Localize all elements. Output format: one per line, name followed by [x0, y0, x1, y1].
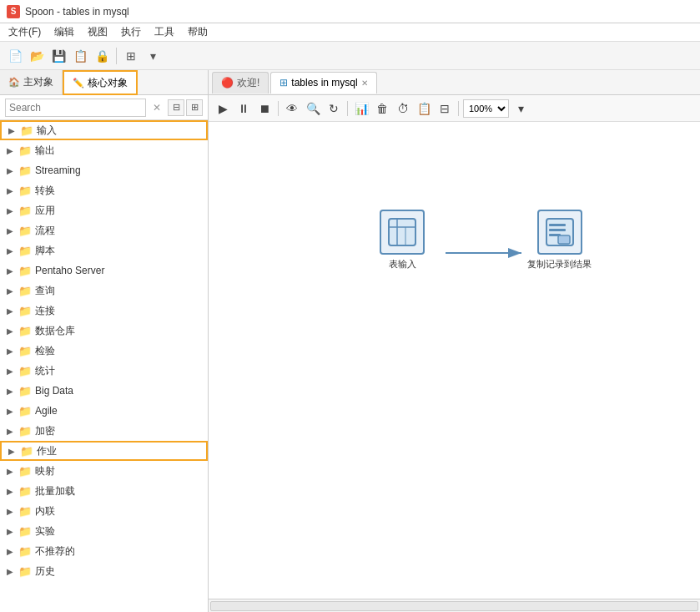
grid-button[interactable]: ⊟: [436, 99, 454, 118]
play-button[interactable]: ▶: [214, 99, 232, 118]
copy-rows-icon: [545, 217, 575, 247]
export-button[interactable]: 🔒: [92, 46, 112, 66]
new-button[interactable]: 📄: [5, 46, 25, 66]
search-input[interactable]: [5, 99, 146, 117]
tree-label-streaming: Streaming: [35, 164, 81, 176]
stop-button[interactable]: ⏹: [255, 99, 274, 118]
svg-rect-8: [549, 229, 566, 231]
menu-help[interactable]: 帮助: [183, 23, 213, 41]
search-clear-button[interactable]: ✕: [149, 100, 164, 115]
node-box-table-input[interactable]: [380, 210, 425, 255]
menu-view[interactable]: 视图: [83, 23, 113, 41]
tree-label-encrypt: 加密: [35, 424, 55, 438]
tree-item-streaming[interactable]: ▶ 📁 Streaming: [0, 160, 208, 180]
tree-item-input[interactable]: ▶ 📁 输入: [0, 120, 208, 140]
tree-item-query[interactable]: ▶ 📁 查询: [0, 281, 208, 301]
table-input-icon: [387, 217, 417, 247]
collapse-all-button[interactable]: ⊟: [168, 99, 184, 116]
tree-item-script[interactable]: ▶ 📁 脚本: [0, 240, 208, 260]
trans-sep-3: [458, 101, 459, 116]
pause-button[interactable]: ⏸: [234, 99, 253, 118]
tree-item-history[interactable]: ▶ 📁 历史: [0, 561, 208, 581]
tree-item-agile[interactable]: ▶ 📁 Agile: [0, 401, 208, 421]
app-icon: S: [7, 5, 20, 18]
toolbar-separator: [116, 48, 117, 64]
tree-label-history: 历史: [35, 564, 55, 579]
tree-label-job: 作业: [37, 444, 57, 458]
tree-item-bigdata[interactable]: ▶ 📁 Big Data: [0, 381, 208, 401]
tree-item-transform[interactable]: ▶ 📁 转换: [0, 180, 208, 200]
menu-bar: 文件(F) 编辑 视图 执行 工具 帮助: [0, 23, 700, 42]
tree-item-encrypt[interactable]: ▶ 📁 加密: [0, 421, 208, 441]
timer-button[interactable]: ⏱: [394, 99, 412, 118]
tree-item-stats[interactable]: ▶ 📁 统计: [0, 361, 208, 381]
folder-icon-join: 📁: [18, 505, 32, 518]
arrow-bigdata: ▶: [5, 387, 15, 396]
tree-item-output[interactable]: ▶ 📁 输出: [0, 140, 208, 160]
tab-tables-mysql[interactable]: ⊞ tables in mysql ✕: [270, 72, 376, 94]
folder-icon-agile: 📁: [18, 405, 32, 417]
folder-icon-bulkload: 📁: [18, 485, 32, 498]
arrow-output: ▶: [5, 146, 15, 155]
canvas-area[interactable]: 表输入 复制记录到结果: [209, 122, 700, 599]
layers-button[interactable]: ⊞: [121, 46, 141, 66]
tree-item-validate[interactable]: ▶ 📁 检验: [0, 341, 208, 361]
tree-item-deprecated[interactable]: ▶ 📁 不推荐的: [0, 541, 208, 561]
core-tab-icon: ✏️: [73, 78, 84, 89]
preview-button[interactable]: 👁: [283, 99, 301, 118]
arrow-validate: ▶: [5, 346, 15, 356]
arrow-input: ▶: [7, 126, 17, 135]
folder-icon-mapping: 📁: [18, 465, 32, 478]
tree-item-join[interactable]: ▶ 📁 内联: [0, 501, 208, 521]
tab-core-objects[interactable]: ✏️ 核心对象: [63, 70, 138, 95]
log-button[interactable]: 📋: [415, 99, 433, 118]
arrow-app: ▶: [5, 206, 15, 215]
tree-label-input: 输入: [37, 124, 57, 138]
tree-label-query: 查询: [35, 284, 55, 298]
folder-icon-pentaho: 📁: [18, 265, 32, 277]
menu-run[interactable]: 执行: [116, 23, 146, 41]
tree-item-pentaho[interactable]: ▶ 📁 Pentaho Server: [0, 260, 208, 281]
horizontal-scrollbar[interactable]: [210, 601, 698, 611]
dropdown-button[interactable]: ▾: [143, 46, 163, 66]
clear-button[interactable]: 🗑: [373, 99, 391, 118]
tree-label-bigdata: Big Data: [35, 385, 73, 397]
tree-item-bulkload[interactable]: ▶ 📁 批量加载: [0, 481, 208, 501]
node-table-input[interactable]: 表输入: [380, 210, 425, 271]
arrow-join: ▶: [5, 507, 15, 516]
tab-bar: 🔴 欢迎! ⊞ tables in mysql ✕: [209, 70, 700, 95]
tree-item-job[interactable]: ▶ 📁 作业: [0, 441, 208, 461]
save-button[interactable]: 💾: [48, 46, 68, 66]
arrow-agile: ▶: [5, 407, 15, 416]
folder-icon-streaming: 📁: [18, 164, 32, 177]
debug-button[interactable]: 🔍: [304, 99, 322, 118]
expand-all-button[interactable]: ⊞: [186, 99, 203, 116]
tree-item-mapping[interactable]: ▶ 📁 映射: [0, 461, 208, 481]
tree-item-app[interactable]: ▶ 📁 应用: [0, 200, 208, 220]
node-copy-rows[interactable]: 复制记录到结果: [527, 210, 592, 271]
node-box-copy-rows[interactable]: [537, 210, 582, 255]
folder-icon-transform: 📁: [18, 185, 32, 197]
tree-item-dw[interactable]: ▶ 📁 数据仓库: [0, 321, 208, 341]
tab-close-button[interactable]: ✕: [361, 78, 368, 88]
tree-item-experiment[interactable]: ▶ 📁 实验: [0, 521, 208, 541]
menu-edit[interactable]: 编辑: [49, 23, 79, 41]
tab-welcome[interactable]: 🔴 欢迎!: [212, 72, 269, 94]
menu-file[interactable]: 文件(F): [3, 23, 46, 41]
tree-label-output: 输出: [35, 144, 55, 158]
arrow-script: ▶: [5, 246, 15, 255]
saveas-button[interactable]: 📋: [70, 46, 90, 66]
zoom-dropdown[interactable]: ▾: [511, 99, 530, 118]
folder-icon-connect: 📁: [18, 305, 32, 317]
open-button[interactable]: 📂: [27, 46, 47, 66]
arrow-pentaho: ▶: [5, 266, 15, 276]
replay-button[interactable]: ↻: [325, 99, 343, 118]
metrics-button[interactable]: 📊: [352, 99, 370, 118]
zoom-select[interactable]: 100% 75% 50% 125% 150%: [463, 99, 509, 118]
tab-main-objects[interactable]: 🏠 主对象: [0, 70, 63, 94]
tree-item-connect[interactable]: ▶ 📁 连接: [0, 301, 208, 321]
tree-label-connect: 连接: [35, 304, 55, 318]
arrow-experiment: ▶: [5, 527, 15, 536]
tree-item-flow[interactable]: ▶ 📁 流程: [0, 220, 208, 240]
menu-tools[interactable]: 工具: [149, 23, 179, 41]
